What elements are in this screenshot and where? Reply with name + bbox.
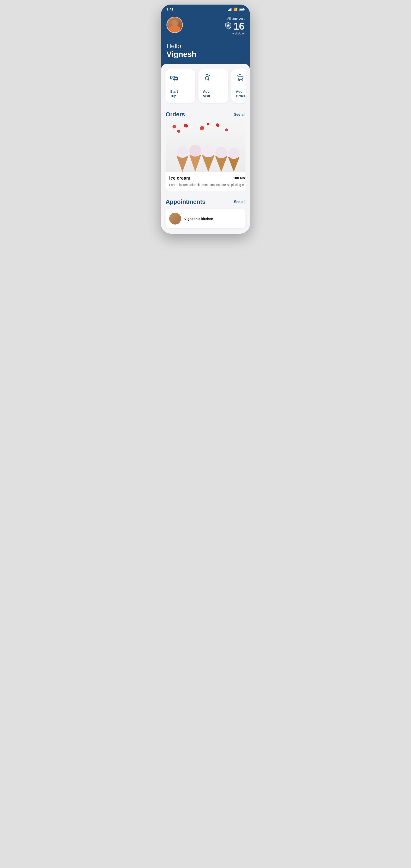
appointment-name: Vignesh's kitchen: [184, 217, 213, 221]
orders-section-title: Orders: [166, 111, 185, 118]
trip-icon: [170, 74, 190, 83]
appointments-section-header: Appointments See all: [166, 198, 245, 205]
status-bar: 9:41 📶: [161, 5, 250, 13]
greeting-block: Hello Vignesh: [167, 42, 244, 59]
order-title-1: Ice cream: [169, 176, 190, 181]
status-icons: 📶: [228, 7, 244, 11]
svg-point-9: [238, 80, 239, 81]
add-orders-label: Add Orders: [236, 89, 245, 98]
header: All time best 16 visits/day Hello Vignes…: [161, 13, 250, 70]
order-card-1-image: [166, 122, 245, 172]
svg-rect-1: [171, 77, 172, 78]
phone-frame: 9:41 📶 All time best: [161, 5, 250, 234]
signal-icon: [228, 8, 232, 11]
visit-icon: [203, 74, 224, 83]
order-card-1-body: Ice cream 100 Nos Lorem ipsum dolor sit …: [166, 172, 245, 191]
orders-see-all[interactable]: See all: [234, 113, 245, 117]
battery-icon: [239, 8, 244, 10]
appointments-section-title: Appointments: [166, 198, 206, 205]
wifi-icon: 📶: [234, 7, 237, 11]
shield-icon: [225, 22, 232, 30]
add-visit-label: Add Visit: [203, 89, 224, 98]
orders-section-header: Orders See all: [166, 111, 245, 118]
orders-icon: [236, 74, 245, 83]
svg-point-8: [206, 74, 208, 76]
score-number: 16: [233, 21, 244, 31]
appointments-see-all[interactable]: See all: [234, 200, 245, 204]
quick-actions-row: Start Trip: [166, 69, 245, 103]
main-content: Start Trip: [161, 64, 250, 234]
orders-scroll: Ice cream 100 Nos Lorem ipsum dolor sit …: [166, 122, 245, 191]
order-desc-1: Lorem ipsum dolor sit amet, consectetur …: [169, 183, 245, 187]
order-qty-1: 100 Nos: [233, 176, 245, 180]
start-trip-card[interactable]: Start Trip: [166, 69, 195, 103]
greeting-name: Vignesh: [167, 50, 244, 59]
add-orders-card[interactable]: Add Orders: [231, 69, 245, 103]
visits-day-label: visits/day: [225, 32, 244, 35]
all-time-best-panel: All time best 16 visits/day: [225, 17, 244, 35]
order-card-1[interactable]: Ice cream 100 Nos Lorem ipsum dolor sit …: [166, 122, 245, 191]
svg-point-10: [241, 80, 242, 81]
add-visit-card[interactable]: Add Visit: [199, 69, 228, 103]
start-trip-label: Start Trip: [170, 89, 190, 98]
appointment-avatar: [169, 213, 181, 224]
all-time-best-label: All time best: [225, 17, 244, 20]
appointment-preview-card[interactable]: Vignesh's kitchen: [166, 209, 245, 228]
avatar: [167, 17, 183, 33]
appointments-section: Appointments See all Vignesh's kitchen: [166, 198, 245, 228]
greeting-hello: Hello: [167, 42, 244, 50]
time-display: 9:41: [167, 7, 173, 11]
